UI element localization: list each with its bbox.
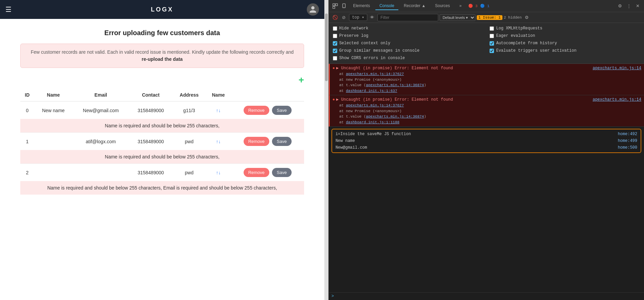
col-name2: Name (206, 89, 231, 101)
eager-eval-checkbox[interactable] (490, 34, 494, 38)
avatar[interactable] (307, 3, 319, 16)
navbar: ☰ LOGX (0, 0, 324, 19)
output-link-3[interactable]: home:500 (618, 145, 637, 150)
table-row: 1 atif@logx.com 3158489000 pwd ↑↓ Remove… (20, 133, 304, 150)
app-logo: LOGX (151, 6, 173, 13)
cell-sort[interactable]: ↑↓ (206, 101, 231, 119)
error-badge: 🔴 3 (468, 4, 477, 8)
col-email: Email (73, 89, 129, 101)
inspect-icon[interactable] (331, 2, 339, 10)
prompt-arrow: > (331, 294, 334, 299)
prompt-input[interactable] (336, 294, 641, 299)
eye-icon[interactable]: 👁 (369, 14, 376, 21)
page-title: Error uploading few customers data (20, 29, 304, 37)
filter-input[interactable] (377, 14, 438, 21)
more-icon[interactable]: ⋮ (625, 2, 633, 10)
apex-link4[interactable]: apexcharts.min.js:14:36874 (366, 115, 424, 119)
remove-button[interactable]: Remove (244, 106, 269, 115)
device-icon[interactable] (340, 2, 348, 10)
devtools-settings-icon[interactable]: ⚙ (523, 14, 530, 21)
cell-sort[interactable]: ↑↓ (206, 133, 231, 150)
checkbox-cors-errors: Show CORS errors in console (333, 55, 483, 61)
save-button[interactable]: Save (272, 106, 292, 115)
cell-name (34, 164, 73, 181)
output-link-2[interactable]: home:499 (618, 139, 637, 143)
devtools-toolbar2: 🚫 ⊘ top ▾ 👁 Default levels ▾ 1 Issue: 1 … (329, 12, 644, 23)
tab-recorder[interactable]: Recorder ▲ (400, 2, 430, 10)
tab-elements[interactable]: Elements (349, 2, 374, 10)
log-sub: at dashboard.init.js:1:637 (332, 88, 641, 94)
context-selector[interactable]: top ▾ (349, 14, 367, 21)
error-row: Name is required and should be below 255… (20, 119, 304, 133)
cors-errors-checkbox[interactable] (333, 56, 337, 60)
log-link[interactable]: apexcharts.min.js:14 (593, 97, 641, 103)
log-sub: at t.value (apexcharts.min.js:14:36874) (332, 82, 641, 88)
col-contact: Contact (129, 89, 173, 101)
hide-network-checkbox[interactable] (333, 26, 337, 31)
table-header: ID Name Email Contact Address Name (20, 89, 304, 101)
add-button[interactable]: + (299, 75, 304, 85)
log-sub: at t.value (apexcharts.min.js:14:36874) (332, 114, 641, 120)
console-log-area: ● ▶ Uncaught (in promise) Error: Element… (329, 64, 644, 292)
app-panel: ☰ LOGX Error uploading few customers dat… (0, 0, 324, 300)
log-sub: at dashboard.init.js:1:1188 (332, 120, 641, 125)
cell-sort[interactable]: ↑↓ (206, 164, 231, 181)
evaluate-triggers-checkbox[interactable] (490, 49, 494, 53)
autocomplete-checkbox[interactable] (490, 41, 494, 46)
alert-text: Few customer records are not valid. Each… (31, 49, 294, 55)
tab-sources[interactable]: Sources (431, 2, 454, 10)
save-button[interactable]: Save (272, 137, 292, 146)
cell-email (73, 164, 129, 181)
clear-icon[interactable]: 🚫 (331, 14, 339, 21)
tab-more[interactable]: » (455, 2, 466, 10)
eager-eval-label: Eager evaluation (496, 33, 535, 38)
remove-button[interactable]: Remove (244, 168, 269, 177)
log-link[interactable]: apexcharts.min.js:14 (593, 65, 641, 71)
cell-address: pwd (173, 133, 206, 150)
cell-contact: 3158489000 (129, 101, 173, 119)
close-icon[interactable]: ✕ (634, 2, 641, 10)
selected-context-checkbox[interactable] (333, 41, 337, 46)
evaluate-triggers-label: Evaluate triggers user activation (496, 48, 576, 53)
output-text-3: New@gmail.com (336, 145, 367, 150)
console-output-box: i=Inside the saveMe JS function home:492… (331, 129, 641, 153)
cell-actions: Remove Save (231, 133, 304, 150)
remove-button[interactable]: Remove (244, 137, 269, 146)
output-text-2: New name (336, 139, 355, 143)
col-address: Address (173, 89, 206, 101)
tab-console[interactable]: Console (375, 2, 398, 10)
log-text: ▶ Uncaught (in promise) Error: Element n… (336, 65, 591, 71)
cell-name (34, 133, 73, 150)
devtools-panel: Elements Console Recorder ▲ Sources » 🔴 … (328, 0, 644, 300)
log-xml-checkbox[interactable] (490, 26, 494, 31)
output-line-3: New@gmail.com home:500 (332, 144, 641, 151)
output-link-1[interactable]: home:492 (618, 132, 637, 136)
log-header: ● ▶ Uncaught (in promise) Error: Element… (332, 65, 641, 71)
col-id: ID (20, 89, 34, 101)
col-actions (231, 89, 304, 101)
output-text-1: i=Inside the saveMe JS function (336, 132, 411, 136)
block-icon[interactable]: ⊘ (340, 14, 348, 21)
apex-link3[interactable]: apexcharts.min.js:14:37627 (346, 103, 404, 107)
save-button[interactable]: Save (272, 168, 292, 177)
dashboard-link2[interactable]: dashboard.init.js:1:1188 (346, 120, 399, 124)
selected-context-label: Selected context only (339, 41, 390, 46)
apex-link1[interactable]: apexcharts.min.js:14:37627 (346, 72, 404, 76)
group-messages-checkbox[interactable] (333, 49, 337, 53)
settings-icon[interactable]: ⚙ (616, 2, 624, 10)
log-header: ● ▶ Uncaught (in promise) Error: Element… (332, 97, 641, 103)
svg-rect-2 (333, 6, 335, 8)
log-entry-error1: ● ▶ Uncaught (in promise) Error: Element… (329, 64, 644, 95)
info-badge: 🔵 1 (480, 4, 489, 8)
menu-icon[interactable]: ☰ (5, 5, 11, 14)
preserve-log-checkbox[interactable] (333, 34, 337, 38)
cell-email: New@gmail.com (73, 101, 129, 119)
content-area: Error uploading few customers data Few c… (0, 19, 324, 205)
apex-link2[interactable]: apexcharts.min.js:14:36874 (366, 83, 424, 87)
log-xml-label: Log XMLHttpRequests (496, 26, 542, 31)
levels-select[interactable]: Default levels ▾ (440, 14, 475, 21)
dashboard-link1[interactable]: dashboard.init.js:1:637 (346, 89, 397, 93)
panel-scrollbar[interactable] (324, 0, 328, 300)
error-row: Name is required and should be below 255… (20, 181, 304, 195)
group-messages-label: Group similar messages in console (339, 48, 420, 53)
